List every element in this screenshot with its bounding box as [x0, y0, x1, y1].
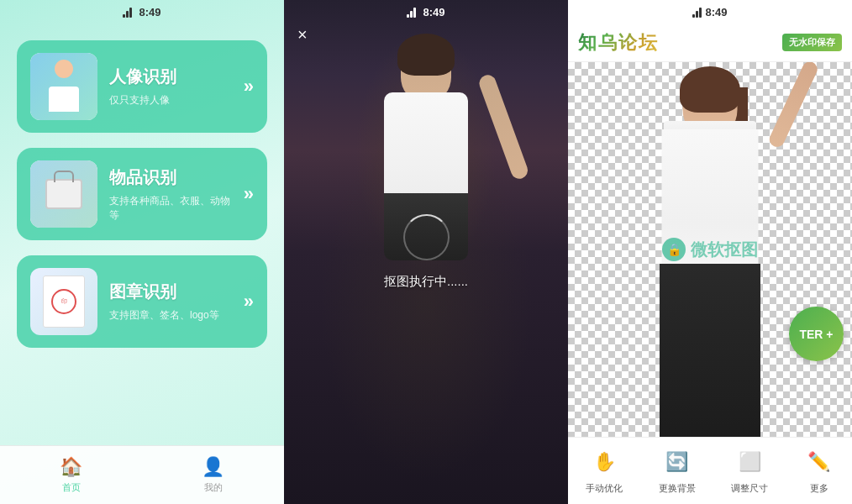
status-time-center: 8:49 [423, 6, 444, 18]
app-header: 知乌论坛 无水印保存 [568, 24, 852, 62]
save-badge[interactable]: 无水印保存 [782, 34, 842, 51]
watermark-text: 微软抠图 [691, 239, 758, 261]
nav-item-home[interactable]: 🏠 首页 [60, 456, 82, 494]
menu-subtitle-object: 支持各种商品、衣服、动物等 [109, 194, 237, 223]
menu-text-portrait: 人像识别 仅只支持人像 [97, 66, 237, 108]
person-thumb-image [30, 53, 97, 120]
tool-label-manual: 手动优化 [586, 482, 623, 495]
status-bar-center: 8:49 [284, 0, 568, 24]
profile-icon: 👤 [202, 456, 224, 478]
stamp-circle: 印 [51, 289, 76, 314]
home-icon: 🏠 [60, 456, 82, 478]
wifi-icon-center [407, 6, 416, 18]
tool-manual[interactable]: ✋ 手动优化 [586, 447, 623, 495]
menu-text-stamp: 图章识别 支持图章、签名、logo等 [97, 281, 237, 323]
nav-item-profile[interactable]: 👤 我的 [202, 456, 224, 494]
status-time-right: 8:49 [705, 6, 727, 18]
result-arm-up [767, 62, 820, 150]
wifi-icon-right [692, 6, 702, 18]
panel-processing: 8:49 × 抠图执行中...... [284, 0, 568, 504]
menu-subtitle-stamp: 支持图章、签名、logo等 [109, 308, 237, 323]
more-icon: ✏️ [804, 447, 834, 477]
bag-thumb-image [30, 160, 97, 228]
menu-card-portrait[interactable]: 人像识别 仅只支持人像 » [17, 40, 267, 133]
processing-overlay: 抠图执行中...... [284, 0, 568, 504]
processing-text: 抠图执行中...... [384, 274, 468, 290]
thumb-stamp: 印 [30, 268, 97, 335]
watermark-icon: 🔒 [662, 238, 686, 261]
status-bar-right: 8:49 [568, 0, 852, 24]
menu-text-object: 物品识别 支持各种商品、衣服、动物等 [97, 166, 237, 223]
tool-background[interactable]: 🔄 更换背景 [659, 447, 696, 495]
result-hair [680, 66, 740, 113]
result-toolbar: ✋ 手动优化 🔄 更换背景 ⬜ 调整尺寸 ✏️ 更多 [568, 437, 852, 504]
menu-arrow-object: » [244, 183, 254, 205]
result-image-container: 🔒 微软抠图 TER + [568, 62, 852, 437]
nav-label-home: 首页 [62, 481, 81, 494]
manual-icon: ✋ [589, 447, 619, 477]
watermark: 🔒 微软抠图 [662, 238, 758, 261]
menu-title-object: 物品识别 [109, 166, 237, 189]
bag-shape [45, 179, 82, 209]
tool-resize[interactable]: ⬜ 调整尺寸 [731, 447, 768, 495]
menu-card-object[interactable]: 物品识别 支持各种商品、衣服、动物等 » [17, 148, 267, 240]
tool-label-more: 更多 [810, 482, 828, 495]
nav-label-profile: 我的 [204, 481, 223, 494]
menu-arrow-stamp: » [244, 291, 254, 312]
menu-card-stamp[interactable]: 印 图章识别 支持图章、签名、logo等 » [17, 255, 267, 348]
close-button[interactable]: × [297, 25, 308, 45]
menu-subtitle-portrait: 仅只支持人像 [109, 93, 237, 108]
status-bar-left: 8:49 [17, 0, 267, 24]
menu-title-portrait: 人像识别 [109, 66, 237, 88]
panel-menu: 8:49 人像识别 仅只支持人像 » 物品识别 支持各种商品、衣服、 [0, 0, 284, 504]
app-logo: 知乌论坛 [578, 30, 659, 55]
menu-items: 人像识别 仅只支持人像 » 物品识别 支持各种商品、衣服、动物等 » [17, 40, 267, 348]
tool-more[interactable]: ✏️ 更多 [804, 447, 834, 495]
result-lower [660, 264, 760, 437]
thumb-portrait [30, 53, 97, 120]
stamp-shape: 印 [43, 276, 85, 328]
menu-arrow-portrait: » [244, 76, 254, 97]
wifi-icon [123, 6, 132, 18]
ter-plus-badge[interactable]: TER + [789, 307, 844, 361]
tool-label-resize: 调整尺寸 [731, 482, 768, 495]
stamp-thumb-image: 印 [30, 268, 97, 335]
spinner [403, 214, 450, 260]
background-icon: 🔄 [662, 447, 692, 477]
tool-label-background: 更换背景 [659, 482, 696, 495]
resize-icon: ⬜ [734, 447, 765, 477]
bottom-nav: 🏠 首页 👤 我的 [0, 445, 284, 504]
panel-result: 8:49 知乌论坛 无水印保存 🔒 微软抠图 TER + [568, 0, 852, 504]
status-time-left: 8:49 [139, 6, 160, 18]
ter-plus-label: TER + [799, 328, 833, 341]
menu-title-stamp: 图章识别 [109, 281, 237, 303]
thumb-object [30, 160, 97, 228]
